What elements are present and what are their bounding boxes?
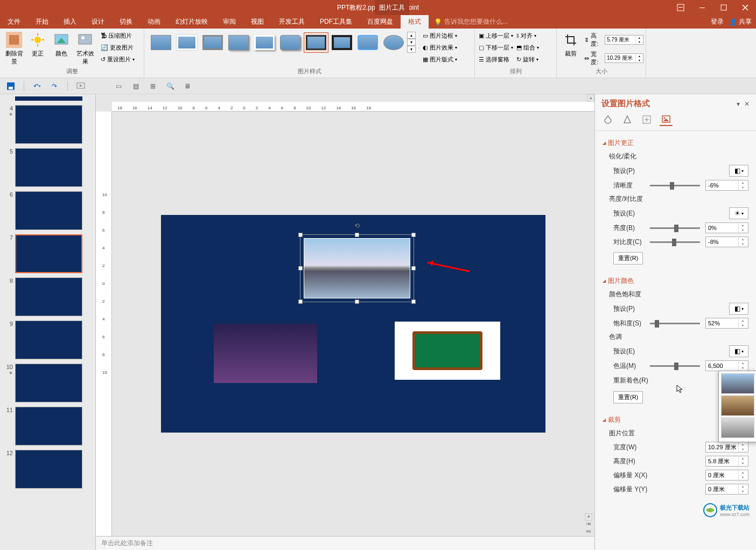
slide-thumbnail[interactable]: 6 xyxy=(0,189,95,232)
tell-me[interactable]: 💡告诉我您想要做什么... xyxy=(434,17,508,26)
minimize-button[interactable] xyxy=(691,0,713,15)
group-button[interactable]: ⬒组合▾ xyxy=(515,41,541,53)
align-button[interactable]: ⫴对齐▾ xyxy=(515,30,541,41)
slide-preview[interactable] xyxy=(15,234,82,273)
save-button[interactable] xyxy=(4,80,17,93)
slide-thumbnail[interactable]: 8 xyxy=(0,275,95,318)
artistic-effects-button[interactable]: 艺术效果 xyxy=(73,30,97,67)
slide-thumbnail[interactable]: 5 xyxy=(0,146,95,189)
slide-preview[interactable] xyxy=(15,148,82,187)
spin-down[interactable]: ▾ xyxy=(739,447,747,452)
slide-thumbnail[interactable]: 9 xyxy=(0,318,95,361)
effects-category-icon[interactable] xyxy=(621,113,634,126)
tab-review[interactable]: 审阅 xyxy=(215,15,243,29)
contrast-input[interactable] xyxy=(706,239,738,245)
rotation-handle[interactable]: ⟲ xyxy=(354,222,360,229)
style-thumb[interactable] xyxy=(149,32,173,53)
style-thumb[interactable] xyxy=(252,32,277,53)
tab-format[interactable]: 格式 xyxy=(401,15,429,29)
slideshow-from-start-button[interactable] xyxy=(74,80,87,93)
resize-handle[interactable] xyxy=(298,233,303,237)
style-thumb[interactable] xyxy=(174,32,199,53)
spin-up[interactable]: ▴ xyxy=(739,237,747,242)
bring-forward-button[interactable]: ▣上移一层▾ xyxy=(477,30,515,41)
spin-down[interactable]: ▾ xyxy=(739,228,747,233)
spin-up[interactable]: ▴ xyxy=(739,456,747,461)
scroll-up[interactable]: ▴ xyxy=(587,94,594,102)
brightness-input[interactable] xyxy=(706,225,738,231)
tab-pdf[interactable]: PDF工具集 xyxy=(312,15,360,29)
gallery-scroll-down[interactable]: ▾ xyxy=(407,39,416,46)
slide-preview[interactable] xyxy=(15,364,82,402)
spin-up[interactable]: ▴ xyxy=(739,470,747,475)
style-thumb[interactable] xyxy=(278,32,303,53)
tab-insert[interactable]: 插入 xyxy=(56,15,84,29)
spin-down[interactable]: ▾ xyxy=(739,323,747,328)
change-picture-button[interactable]: 🔄更改图片 xyxy=(99,41,136,53)
resize-handle[interactable] xyxy=(411,233,416,237)
spin-up[interactable]: ▴ xyxy=(739,318,747,323)
notes-pane[interactable]: 单击此处添加备注 xyxy=(96,536,594,550)
color-button[interactable]: 颜色 xyxy=(50,30,73,59)
resize-handle[interactable] xyxy=(411,266,416,270)
size-category-icon[interactable] xyxy=(640,113,653,126)
saturation-preset-button[interactable]: ◧▾ xyxy=(729,303,748,315)
compress-picture-button[interactable]: 🗜压缩图片 xyxy=(99,30,136,41)
tab-file[interactable]: 文件 xyxy=(0,15,28,29)
next-slide-button[interactable]: ⏭ xyxy=(585,528,592,536)
sharpen-preset-button[interactable]: ◧▾ xyxy=(729,165,748,177)
spin-up[interactable]: ▴ xyxy=(739,223,747,228)
spin-down[interactable]: ▾ xyxy=(739,242,747,247)
maximize-button[interactable] xyxy=(713,0,734,15)
style-thumb[interactable] xyxy=(381,32,406,53)
resize-handle[interactable] xyxy=(298,266,303,270)
resize-handle[interactable] xyxy=(411,300,416,304)
selection-pane-button[interactable]: ☰选择窗格 xyxy=(477,53,515,65)
reset-picture-button[interactable]: ↺重设图片▾ xyxy=(99,53,136,65)
reset-color-button[interactable]: 重置(R) xyxy=(613,391,643,403)
tab-slideshow[interactable]: 幻灯片放映 xyxy=(168,15,215,29)
picture-effects-button[interactable]: ◐图片效果▾ xyxy=(421,41,459,53)
qat-btn-3[interactable]: ⊞ xyxy=(146,80,159,93)
qat-btn-2[interactable]: ▤ xyxy=(129,80,142,93)
remove-background-button[interactable]: 删除背景 xyxy=(2,30,26,67)
tab-dev[interactable]: 开发工具 xyxy=(271,15,312,29)
spin-up[interactable]: ▴ xyxy=(739,180,747,185)
ribbon-options-icon[interactable] xyxy=(670,0,691,15)
recolor-option[interactable] xyxy=(721,373,754,394)
spin-down[interactable]: ▾ xyxy=(636,40,643,44)
spin-up[interactable]: ▴ xyxy=(636,36,643,40)
spin-down[interactable]: ▾ xyxy=(739,185,747,190)
resize-handle[interactable] xyxy=(355,233,359,237)
gallery-expand[interactable]: ▾ xyxy=(407,46,416,53)
qat-btn-4[interactable]: 🔍 xyxy=(164,80,177,93)
slide-thumbnail[interactable]: 11 xyxy=(0,405,95,448)
crop-height-input[interactable] xyxy=(706,458,738,464)
tab-view[interactable]: 视图 xyxy=(243,15,271,29)
rotate-button[interactable]: ↻旋转▾ xyxy=(515,53,541,65)
slide-preview[interactable] xyxy=(15,191,82,230)
slide-canvas[interactable]: ⟲ ▾ xyxy=(112,112,594,536)
spin-up[interactable]: ▴ xyxy=(739,442,747,447)
spin-down[interactable]: ▾ xyxy=(739,475,747,480)
spin-down[interactable]: ▾ xyxy=(739,461,747,466)
slide-preview[interactable] xyxy=(15,277,82,316)
style-thumb[interactable] xyxy=(304,32,328,53)
style-thumb[interactable] xyxy=(200,32,225,53)
offset-x-input[interactable] xyxy=(706,472,738,478)
saturation-input[interactable] xyxy=(706,320,738,326)
temp-slider[interactable] xyxy=(650,365,700,367)
fill-line-icon[interactable] xyxy=(601,113,614,126)
slide-image-board[interactable] xyxy=(395,322,500,380)
gallery-scroll-up[interactable]: ▴ xyxy=(407,32,416,39)
style-thumb[interactable] xyxy=(330,32,354,53)
temp-input[interactable] xyxy=(706,363,738,369)
slide-preview[interactable] xyxy=(15,105,82,144)
qat-btn-1[interactable]: ▭ xyxy=(112,80,125,93)
slide-thumbnail[interactable]: 10★ xyxy=(0,361,95,405)
recolor-option[interactable] xyxy=(721,417,754,438)
section-picture-color[interactable]: 图片颜色 xyxy=(603,274,748,288)
slide-preview[interactable] xyxy=(15,450,82,489)
slide-preview[interactable] xyxy=(15,407,82,445)
spin-down[interactable]: ▾ xyxy=(739,489,747,494)
